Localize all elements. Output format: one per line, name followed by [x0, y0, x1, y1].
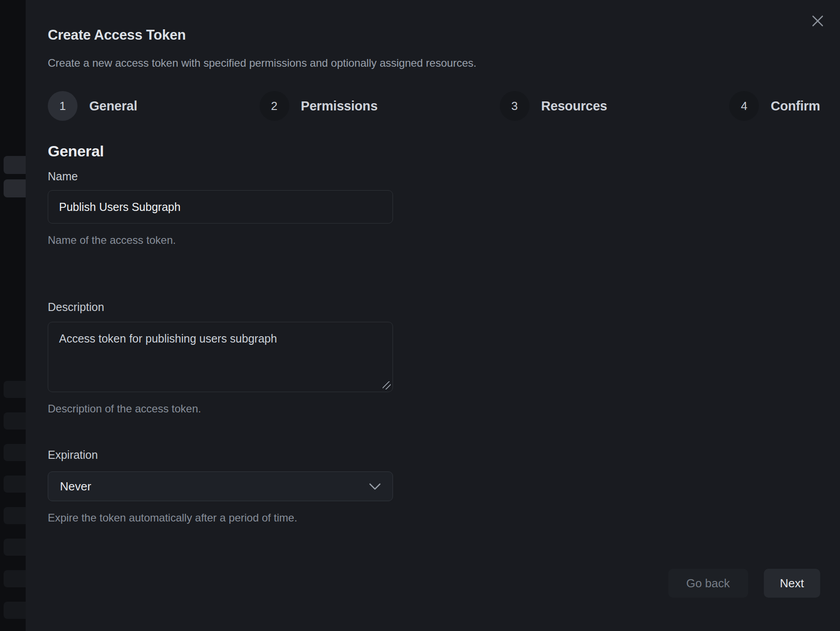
name-help-text: Name of the access token. [48, 233, 820, 247]
next-button[interactable]: Next [764, 569, 820, 598]
background-page [0, 0, 26, 631]
step-label: Resources [541, 99, 607, 114]
close-icon[interactable] [808, 11, 827, 31]
name-field-group: Name Name of the access token. [48, 169, 820, 247]
expiration-selected-value: Never [60, 480, 91, 494]
step-label: Permissions [301, 99, 378, 114]
chevron-down-icon [369, 483, 381, 490]
description-textarea-wrap: Access token for publishing users subgra… [48, 322, 393, 392]
stepper-step-permissions[interactable]: 2 Permissions [260, 91, 378, 121]
description-field-group: Description Access token for publishing … [48, 300, 820, 416]
expiration-field-group: Expiration Never Expire the token automa… [48, 448, 820, 525]
step-number-badge: 3 [500, 91, 530, 121]
stepper-step-resources[interactable]: 3 Resources [500, 91, 607, 121]
description-help-text: Description of the access token. [48, 402, 820, 416]
stepper-step-confirm[interactable]: 4 Confirm [729, 91, 820, 121]
step-label: General [89, 99, 137, 114]
go-back-button[interactable]: Go back [668, 569, 748, 598]
step-label: Confirm [771, 99, 820, 114]
step-number-badge: 4 [729, 91, 759, 121]
expiration-help-text: Expire the token automatically after a p… [48, 511, 820, 525]
description-textarea[interactable]: Access token for publishing users subgra… [48, 322, 393, 392]
step-number-badge: 2 [260, 91, 289, 121]
step-number-badge: 1 [48, 91, 78, 121]
stepper: 1 General 2 Permissions 3 Resources 4 Co… [48, 91, 820, 121]
stepper-step-general[interactable]: 1 General [48, 91, 137, 121]
section-heading-general: General [48, 142, 820, 160]
name-label: Name [48, 169, 820, 183]
create-access-token-modal: Create Access Token Create a new access … [26, 0, 840, 631]
modal-footer: Go back Next [48, 569, 820, 598]
expiration-select[interactable]: Never [48, 471, 393, 501]
expiration-label: Expiration [48, 448, 820, 462]
name-input[interactable] [48, 190, 393, 224]
modal-subtitle: Create a new access token with specified… [48, 56, 820, 70]
resize-grip-icon[interactable] [383, 381, 391, 389]
description-label: Description [48, 300, 820, 314]
modal-title: Create Access Token [48, 26, 820, 44]
